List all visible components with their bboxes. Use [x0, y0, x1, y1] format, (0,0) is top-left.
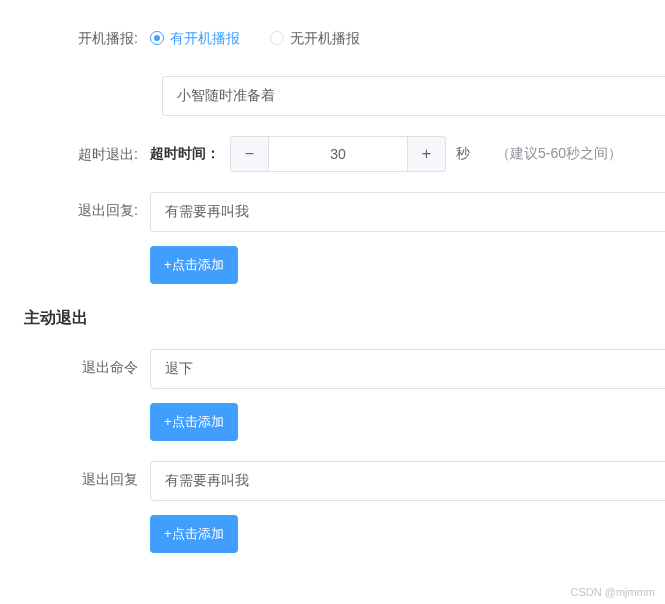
boot-message-input[interactable] [162, 76, 665, 116]
timeout-value-input[interactable] [268, 136, 408, 172]
exit-command-input[interactable] [150, 349, 665, 389]
exit-reply-label: 退出回复: [20, 192, 150, 228]
radio-checked-icon [150, 31, 164, 45]
timeout-time-label: 超时时间： [150, 145, 220, 163]
active-exit-reply-input[interactable] [150, 461, 665, 501]
timeout-exit-label: 超时退出: [20, 136, 150, 172]
timeout-stepper: − + [230, 136, 446, 172]
exit-reply-add-button[interactable]: +点击添加 [150, 246, 238, 284]
radio-label: 无开机播报 [290, 20, 360, 56]
boot-broadcast-radio-group: 有开机播报 无开机播报 [150, 20, 665, 56]
timeout-hint: （建议5-60秒之间） [496, 145, 622, 163]
exit-reply-input[interactable] [150, 192, 665, 232]
active-exit-reply-add-button[interactable]: +点击添加 [150, 515, 238, 553]
timeout-unit: 秒 [456, 145, 470, 163]
active-exit-title: 主动退出 [24, 308, 665, 329]
radio-without-broadcast[interactable]: 无开机播报 [270, 20, 360, 56]
stepper-plus-button[interactable]: + [408, 136, 446, 172]
radio-label: 有开机播报 [170, 20, 240, 56]
radio-unchecked-icon [270, 31, 284, 45]
exit-command-label: 退出命令 [20, 349, 150, 385]
stepper-minus-button[interactable]: − [230, 136, 268, 172]
active-exit-reply-label: 退出回复 [20, 461, 150, 497]
watermark: CSDN @mjmmm [571, 586, 656, 593]
radio-with-broadcast[interactable]: 有开机播报 [150, 20, 240, 56]
exit-command-add-button[interactable]: +点击添加 [150, 403, 238, 441]
boot-broadcast-label: 开机播报: [20, 20, 150, 56]
